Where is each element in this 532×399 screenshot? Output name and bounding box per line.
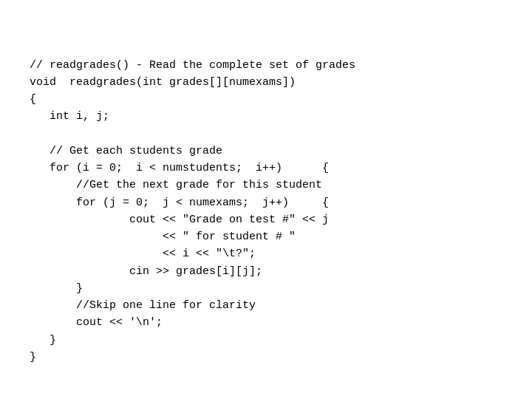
code-line: // Get each students grade [30, 143, 502, 160]
code-line: cout << "Grade on test #" << j [30, 211, 502, 228]
code-line: cin >> grades[i][j]; [30, 263, 502, 280]
code-block: // readgrades() - Read the complete set … [0, 0, 532, 399]
code-line: << " for student # " [30, 228, 502, 245]
code-line: for (i = 0; i < numstudents; i++) { [30, 160, 502, 177]
code-line: } [30, 280, 502, 297]
code-line: void readgrades(int grades[][numexams]) [30, 74, 502, 91]
code-line: } [30, 332, 502, 349]
code-line: } [30, 349, 502, 366]
code-line: << i << "\t?"; [30, 245, 502, 262]
code-line: for (j = 0; j < numexams; j++) { [30, 194, 502, 211]
code-line: { [30, 91, 502, 108]
code-line [30, 126, 502, 143]
code-content: // readgrades() - Read the complete set … [30, 57, 502, 366]
code-line: int i, j; [30, 108, 502, 125]
code-line: // readgrades() - Read the complete set … [30, 57, 502, 74]
code-line: cout << '\n'; [30, 314, 502, 331]
code-line: //Get the next grade for this student [30, 177, 502, 194]
code-line: //Skip one line for clarity [30, 297, 502, 314]
